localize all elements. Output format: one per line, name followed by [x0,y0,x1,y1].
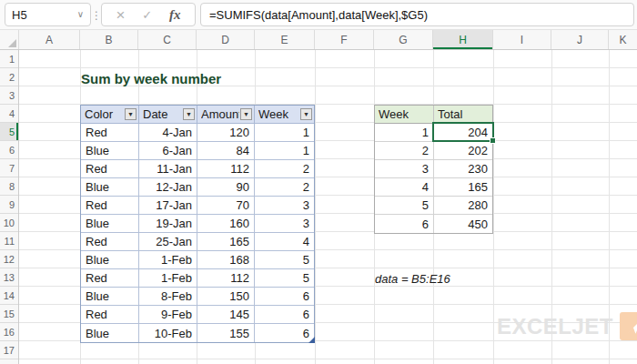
summary-cell[interactable]: 5 [375,197,434,215]
table-cell[interactable]: 120 [197,124,255,142]
filter-dropdown-icon[interactable]: ▼ [300,108,312,120]
insert-function-icon[interactable]: fx [169,7,181,23]
table-cell[interactable]: 155 [197,324,255,342]
row-header-1[interactable]: 1 [0,50,18,68]
filter-dropdown-icon[interactable]: ▼ [240,108,252,120]
table-cell[interactable]: 25-Jan [139,233,197,251]
summary-cell[interactable]: 1 [375,124,434,142]
table-cell[interactable]: 6-Jan [139,142,197,160]
row-header-17[interactable]: 17 [0,341,18,359]
summary-cell[interactable]: 165 [434,178,492,197]
column-header-e[interactable]: E [255,30,315,49]
select-all-corner[interactable] [0,30,19,49]
table-cell[interactable]: Red [81,197,139,215]
table-cell[interactable]: 4 [255,233,314,251]
table-cell[interactable]: 4-Jan [139,124,197,142]
table-cell[interactable]: 6 [255,306,314,324]
column-header-a[interactable]: A [19,30,80,49]
column-header-f[interactable]: F [315,30,374,49]
enter-icon[interactable]: ✓ [142,9,152,21]
column-header-b[interactable]: B [80,30,138,49]
table-cell[interactable]: 3 [255,215,314,233]
table-cell[interactable]: Blue [81,142,139,160]
filter-dropdown-icon[interactable]: ▼ [183,108,195,120]
table-cell[interactable]: 1 [255,142,314,160]
table-cell[interactable]: 3 [255,197,314,215]
table-cell[interactable]: 1 [255,124,314,142]
table-cell[interactable]: Blue [81,215,139,233]
row-header-15[interactable]: 15 [0,305,18,323]
summary-cell[interactable]: 2 [375,142,434,160]
summary-cell[interactable]: 280 [434,197,492,215]
column-header-i[interactable]: I [493,30,551,49]
table-cell[interactable]: Red [81,269,139,288]
table-cell[interactable]: Blue [81,324,139,342]
table-cell[interactable]: 5 [255,251,314,269]
summary-cell[interactable]: 202 [434,142,492,160]
chevron-down-icon[interactable]: ∨ [77,10,84,19]
column-header-g[interactable]: G [374,30,433,49]
table-cell[interactable]: 84 [197,142,255,160]
summary-cell[interactable]: 450 [434,215,492,233]
row-header-10[interactable]: 10 [0,214,18,232]
row-header-11[interactable]: 11 [0,232,18,250]
column-header-h-selected[interactable]: H [433,30,493,49]
table-cell[interactable]: 6 [255,288,314,306]
table-cell[interactable]: 112 [197,160,255,178]
table-cell[interactable]: 2 [255,160,314,178]
table-cell[interactable]: 11-Jan [139,160,197,178]
column-header-k[interactable]: K [609,30,637,49]
row-header-6[interactable]: 6 [0,141,18,159]
table-cell[interactable]: 8-Feb [139,288,197,306]
column-header-d[interactable]: D [197,30,255,49]
table-cell[interactable]: 160 [197,215,255,233]
table-cell[interactable]: Red [81,160,139,178]
name-box[interactable]: H5 ∨ [5,3,91,26]
table-cell[interactable]: 165 [197,233,255,251]
table-resize-handle-icon[interactable] [308,337,315,343]
table-cell[interactable]: Red [81,233,139,251]
table-cell[interactable]: 6 [255,324,314,342]
table-cell[interactable]: Red [81,124,139,142]
row-header-7[interactable]: 7 [0,159,18,177]
row-header-3[interactable]: 3 [0,86,18,105]
summary-cell[interactable]: 3 [375,160,434,178]
row-header-12[interactable]: 12 [0,250,18,268]
summary-cell[interactable]: 230 [434,160,492,178]
table-cell[interactable]: 150 [197,288,255,306]
table-cell[interactable]: Red [81,306,139,324]
formula-input[interactable]: =SUMIFS(data[Amount],data[Week],$G5) [200,3,634,26]
table-cell[interactable]: Blue [81,288,139,306]
row-header-8[interactable]: 8 [0,177,18,196]
active-cell-selection[interactable] [432,122,494,142]
table-cell[interactable]: 12-Jan [139,178,197,197]
column-header-c[interactable]: C [138,30,197,49]
row-header-13[interactable]: 13 [0,268,18,287]
row-header-4[interactable]: 4 [0,105,18,123]
row-header-2[interactable]: 2 [0,68,18,86]
column-header-j[interactable]: J [551,30,609,49]
row-header-5-selected[interactable]: 5 [0,123,18,141]
cancel-icon[interactable]: × [116,7,125,23]
row-header-14[interactable]: 14 [0,287,18,305]
filter-dropdown-icon[interactable]: ▼ [125,108,136,120]
table-cell[interactable]: 5 [255,269,314,288]
table-cell[interactable]: 10-Feb [139,324,197,342]
fill-handle[interactable] [490,137,496,144]
table-cell[interactable]: 19-Jan [139,215,197,233]
table-cell[interactable]: 17-Jan [139,197,197,215]
summary-cell[interactable]: 6 [375,215,434,233]
table-cell[interactable]: Blue [81,251,139,269]
table-cell[interactable]: 1-Feb [139,269,197,288]
summary-cell[interactable]: 4 [375,178,434,197]
table-cell[interactable]: 9-Feb [139,306,197,324]
row-header-16[interactable]: 16 [0,323,18,341]
table-cell[interactable]: Blue [81,178,139,197]
row-header-9[interactable]: 9 [0,196,18,214]
table-cell[interactable]: 168 [197,251,255,269]
table-cell[interactable]: 2 [255,178,314,197]
table-cell[interactable]: 70 [197,197,255,215]
table-cell[interactable]: 90 [197,178,255,197]
table-cell[interactable]: 112 [197,269,255,288]
table-cell[interactable]: 1-Feb [139,251,197,269]
